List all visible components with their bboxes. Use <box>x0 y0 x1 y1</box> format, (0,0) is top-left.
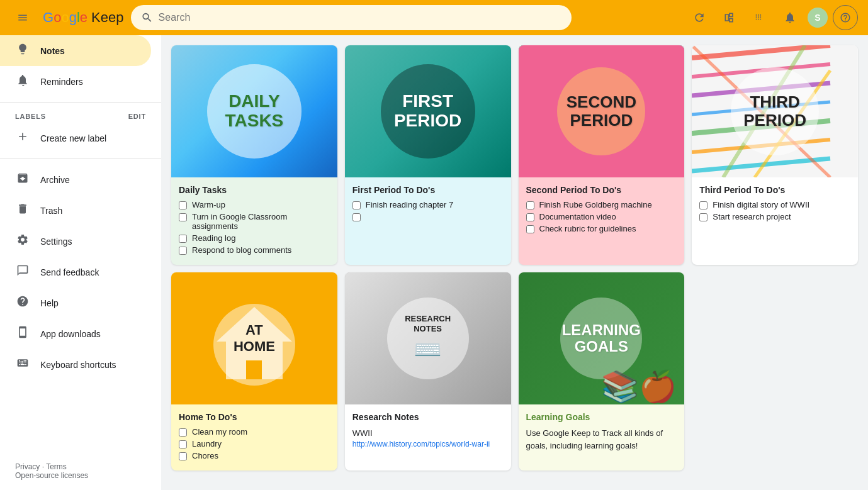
checkbox[interactable] <box>179 235 187 243</box>
reminders-label: Reminders <box>40 77 83 87</box>
logo-keep-text: Keep <box>91 9 123 26</box>
list-item: Finish digital story of WWII <box>699 200 850 209</box>
apps-button[interactable] <box>747 5 772 30</box>
notes-label: Notes <box>40 46 65 56</box>
list-item: Documentation video <box>526 212 677 221</box>
list-item: Warm-up <box>179 200 330 209</box>
note-title-at-home: Home To Do's <box>179 412 330 422</box>
checkbox[interactable] <box>352 201 361 209</box>
sidebar-item-app-downloads[interactable]: App downloads <box>0 318 151 349</box>
note-card-first-period[interactable]: FIRSTPERIOD First Period To Do's Finish … <box>345 45 511 265</box>
note-title-research: Research Notes <box>352 412 504 422</box>
note-card-third-period[interactable]: THIRDPERIOD Third Period To Do's Finish … <box>692 45 858 265</box>
trash-label: Trash <box>40 206 62 216</box>
list-item: Chores <box>179 451 330 460</box>
svg-rect-14 <box>246 360 262 379</box>
list-item: Clean my room <box>179 427 330 437</box>
keyboard-shortcuts-icon <box>15 357 30 372</box>
settings-icon <box>15 233 30 249</box>
trash-icon <box>15 203 30 218</box>
research-image-text: RESEARCHNOTES <box>405 314 451 333</box>
checkbox[interactable] <box>526 225 534 233</box>
note-card-daily-tasks[interactable]: DAILYTASKS Daily Tasks Warm-up Turn in G… <box>171 45 337 265</box>
research-note-link[interactable]: http://www.history.com/topics/world-war-… <box>352 440 504 448</box>
list-item: Finish Rube Goldberg machine <box>526 200 677 209</box>
at-home-text: ATHOME <box>234 322 275 355</box>
sidebar-divider-1 <box>0 102 161 103</box>
sidebar-footer: Privacy · Terms Open-source licenses <box>0 452 161 480</box>
note-body-learning: Learning Goals Use Google Keep to Track … <box>519 404 685 471</box>
footer-open-source-link[interactable]: Open-source licenses <box>15 471 88 480</box>
learning-note-text: Use Google Keep to Track all kinds of go… <box>526 427 677 452</box>
checkbox[interactable] <box>179 213 187 221</box>
settings-label: Settings <box>40 237 72 247</box>
menu-button[interactable] <box>10 5 35 30</box>
footer-privacy-link[interactable]: Privacy <box>15 462 40 471</box>
note-body-first-period: First Period To Do's Finish reading chap… <box>345 177 511 265</box>
list-item: Start research project <box>699 212 850 221</box>
checkbox[interactable] <box>352 213 361 221</box>
sidebar-item-reminders[interactable]: Reminders <box>0 66 151 97</box>
note-body-daily-tasks: Daily Tasks Warm-up Turn in Google Class… <box>171 177 337 265</box>
sidebar-item-archive[interactable]: Archive <box>0 164 151 195</box>
view-toggle-button[interactable] <box>717 5 742 30</box>
checkbox[interactable] <box>699 213 707 221</box>
labels-edit-button[interactable]: EDIT <box>128 113 146 120</box>
checkbox[interactable] <box>526 201 534 209</box>
note-title-first-period: First Period To Do's <box>352 185 504 195</box>
labels-section-header: Labels EDIT <box>0 108 161 123</box>
sidebar-item-trash[interactable]: Trash <box>0 195 151 226</box>
checkbox[interactable] <box>179 247 187 255</box>
note-card-research-notes[interactable]: RESEARCHNOTES ⌨️ Research Notes WWII htt… <box>345 272 511 471</box>
typewriter-icon: ⌨️ <box>405 337 451 363</box>
note-card-at-home[interactable]: ATHOME Home To Do's Clean my room Laundr… <box>171 272 337 471</box>
list-item: Respond to blog comments <box>179 245 330 255</box>
note-title-second-period: Second Period To Do's <box>526 185 677 195</box>
main-layout: Notes Reminders Labels EDIT Create new l… <box>0 35 868 490</box>
note-title-learning: Learning Goals <box>526 412 677 422</box>
footer-terms-link[interactable]: Terms <box>46 462 67 471</box>
note-body-third-period: Third Period To Do's Finish digital stor… <box>692 177 858 265</box>
sidebar-item-help[interactable]: Help <box>0 287 151 318</box>
app-downloads-icon <box>15 326 30 342</box>
note-image-third-period: THIRDPERIOD <box>692 45 858 177</box>
third-period-image-text: THIRDPERIOD <box>743 93 806 129</box>
sidebar-divider-2 <box>0 159 161 159</box>
checkbox[interactable] <box>699 201 707 209</box>
checkbox[interactable] <box>179 201 187 209</box>
help-label: Help <box>40 298 59 308</box>
notifications-button[interactable] <box>777 5 803 30</box>
research-note-text: WWII <box>352 427 504 440</box>
note-card-second-period[interactable]: SECONDPERIOD Second Period To Do's Finis… <box>519 45 685 265</box>
note-image-daily-tasks: DAILYTASKS <box>171 45 337 177</box>
list-item: Finish reading chapter 7 <box>352 200 504 209</box>
list-item: Check rubric for guidelines <box>526 224 677 233</box>
list-item <box>352 212 504 221</box>
sidebar: Notes Reminders Labels EDIT Create new l… <box>0 35 161 490</box>
sidebar-item-notes[interactable]: Notes <box>0 35 151 66</box>
create-new-label-button[interactable]: Create new label <box>0 123 161 153</box>
sidebar-item-send-feedback[interactable]: Send feedback <box>0 257 151 287</box>
help-button[interactable] <box>833 5 858 30</box>
checkbox[interactable] <box>526 213 534 221</box>
note-image-first-period: FIRSTPERIOD <box>345 45 511 177</box>
note-title-third-period: Third Period To Do's <box>699 185 850 195</box>
checkbox[interactable] <box>179 428 187 437</box>
note-card-learning-goals[interactable]: 📚🍎 LEARNINGGOALS Learning Goals Use Goog… <box>519 272 685 471</box>
sidebar-item-settings[interactable]: Settings <box>0 226 151 257</box>
user-avatar[interactable]: S <box>808 8 828 28</box>
learning-image-text: LEARNINGGOALS <box>562 322 641 355</box>
send-feedback-icon <box>15 264 30 280</box>
note-body-second-period: Second Period To Do's Finish Rube Goldbe… <box>519 177 685 265</box>
checkbox[interactable] <box>179 452 187 460</box>
topbar-actions: S <box>687 5 858 30</box>
app-logo: Google Keep <box>43 9 123 26</box>
note-title-daily-tasks: Daily Tasks <box>179 185 330 195</box>
refresh-button[interactable] <box>687 5 712 30</box>
sidebar-item-keyboard-shortcuts[interactable]: Keyboard shortcuts <box>0 349 151 380</box>
checkbox[interactable] <box>179 440 187 448</box>
send-feedback-label: Send feedback <box>40 267 99 277</box>
search-bar[interactable] <box>131 5 572 30</box>
search-input[interactable] <box>159 12 562 23</box>
create-new-label-label: Create new label <box>40 133 106 143</box>
